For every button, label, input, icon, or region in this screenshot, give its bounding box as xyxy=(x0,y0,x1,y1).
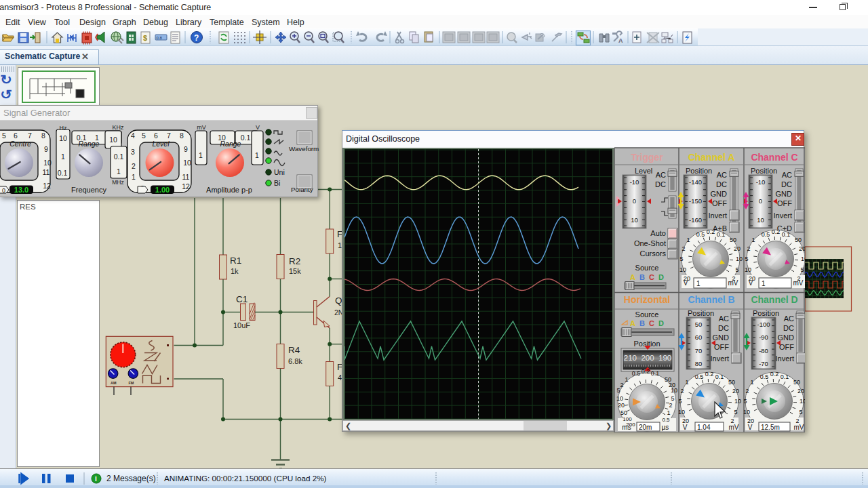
svg-text:mV: mV xyxy=(729,424,739,431)
svg-text:0.1: 0.1 xyxy=(114,152,124,161)
svg-text:A: A xyxy=(630,319,635,327)
svg-text:5: 5 xyxy=(616,387,620,394)
svg-text:Waveform: Waveform xyxy=(289,145,319,152)
svg-text:GND: GND xyxy=(776,190,793,198)
svg-text:8: 8 xyxy=(41,131,45,140)
svg-text:5: 5 xyxy=(735,266,738,273)
svg-text:-100: -100 xyxy=(757,321,770,328)
svg-text:-10: -10 xyxy=(630,178,639,186)
svg-text:Invert: Invert xyxy=(710,354,729,363)
svg-text:5: 5 xyxy=(800,266,804,273)
svg-text:Cursors: Cursors xyxy=(639,249,666,258)
svg-text:-160: -160 xyxy=(689,216,702,224)
svg-text:1: 1 xyxy=(667,409,670,416)
svg-text:0.5: 0.5 xyxy=(760,373,769,380)
svg-text:2: 2 xyxy=(680,388,684,394)
svg-text:2 Message(s): 2 Message(s) xyxy=(106,474,156,483)
svg-text:13.0: 13.0 xyxy=(14,186,28,194)
svg-text:R4: R4 xyxy=(288,345,300,355)
svg-text:Position: Position xyxy=(688,309,714,317)
svg-text:Auto: Auto xyxy=(650,229,666,237)
svg-text:9: 9 xyxy=(184,145,188,153)
svg-text:50: 50 xyxy=(728,379,735,386)
svg-text:70: 70 xyxy=(695,347,703,354)
svg-text:80: 80 xyxy=(695,360,703,367)
svg-text:10uF: 10uF xyxy=(233,321,250,329)
svg-text:0: 0 xyxy=(759,197,762,205)
svg-text:mV: mV xyxy=(794,424,804,431)
svg-text:10: 10 xyxy=(757,216,764,224)
svg-text:0.1: 0.1 xyxy=(58,169,68,177)
svg-text:Invert: Invert xyxy=(773,211,792,220)
svg-text:R2: R2 xyxy=(289,256,300,266)
svg-text:7: 7 xyxy=(28,131,32,140)
svg-text:Horizontal: Horizontal xyxy=(624,294,670,305)
svg-text:1: 1 xyxy=(625,376,628,383)
svg-text:20: 20 xyxy=(734,245,741,252)
svg-text:V: V xyxy=(748,424,753,431)
svg-text:Channel A: Channel A xyxy=(688,152,735,163)
svg-text:7: 7 xyxy=(167,131,171,140)
svg-text:15k: 15k xyxy=(289,267,301,275)
svg-text:50: 50 xyxy=(793,379,800,386)
svg-text:10: 10 xyxy=(801,256,805,262)
svg-text:-140: -140 xyxy=(689,178,702,186)
svg-text:Q: Q xyxy=(335,296,342,306)
svg-text:AM: AM xyxy=(111,381,117,385)
svg-text:V: V xyxy=(256,124,260,131)
svg-text:i: i xyxy=(95,475,97,483)
svg-text:-80: -80 xyxy=(759,347,768,354)
svg-text:Position: Position xyxy=(686,167,712,175)
svg-text:1: 1 xyxy=(255,151,259,159)
svg-text:DC: DC xyxy=(783,324,794,332)
svg-text:0.1: 0.1 xyxy=(241,134,251,142)
svg-text:2: 2 xyxy=(620,382,623,388)
svg-text:0.2: 0.2 xyxy=(705,371,714,378)
svg-text:1: 1 xyxy=(61,152,65,161)
svg-text:C1: C1 xyxy=(236,294,248,304)
svg-text:5: 5 xyxy=(671,395,674,402)
svg-text:Frequency: Frequency xyxy=(71,186,106,194)
svg-text:V: V xyxy=(684,279,688,287)
svg-text:6: 6 xyxy=(14,131,18,140)
svg-text:C: C xyxy=(649,273,654,281)
svg-text:20: 20 xyxy=(618,402,625,409)
svg-text:Source: Source xyxy=(635,264,659,272)
svg-text:10: 10 xyxy=(734,398,741,405)
svg-text:12: 12 xyxy=(43,182,51,190)
svg-text:D: D xyxy=(658,319,664,327)
svg-text:AC: AC xyxy=(719,314,729,323)
svg-text:12.5m: 12.5m xyxy=(761,424,780,431)
svg-text:10: 10 xyxy=(679,266,686,273)
svg-text:1.04: 1.04 xyxy=(697,424,711,431)
svg-text:3: 3 xyxy=(131,148,135,156)
svg-text:0.2: 0.2 xyxy=(707,228,715,235)
svg-text:0.2: 0.2 xyxy=(642,368,650,375)
svg-text:AC: AC xyxy=(784,314,794,323)
svg-text:Trigger: Trigger xyxy=(631,152,663,163)
svg-text:DC: DC xyxy=(655,180,666,188)
svg-text:11: 11 xyxy=(43,168,50,176)
svg-text:GND: GND xyxy=(711,190,728,198)
svg-text:Invert: Invert xyxy=(775,354,794,363)
svg-text:RES: RES xyxy=(20,203,36,211)
svg-text:10: 10 xyxy=(183,159,191,167)
svg-text:1: 1 xyxy=(686,237,690,243)
svg-text:2: 2 xyxy=(669,402,672,409)
svg-text:10: 10 xyxy=(109,136,117,144)
svg-text:0.5: 0.5 xyxy=(696,231,705,238)
svg-text:10: 10 xyxy=(736,256,743,262)
svg-text:10: 10 xyxy=(631,216,638,224)
svg-text:mV: mV xyxy=(793,279,804,287)
svg-text:A: A xyxy=(630,273,635,281)
svg-text:50: 50 xyxy=(730,237,736,243)
svg-text:GND: GND xyxy=(778,333,795,342)
svg-text:FM: FM xyxy=(129,381,134,385)
svg-text:OFF: OFF xyxy=(712,199,727,207)
svg-text:-150: -150 xyxy=(689,197,702,205)
svg-text:µs: µs xyxy=(662,424,669,431)
svg-text:C: C xyxy=(649,319,654,327)
svg-text:0.1: 0.1 xyxy=(781,373,789,380)
svg-text:20: 20 xyxy=(732,388,739,394)
svg-text:10: 10 xyxy=(671,387,677,394)
